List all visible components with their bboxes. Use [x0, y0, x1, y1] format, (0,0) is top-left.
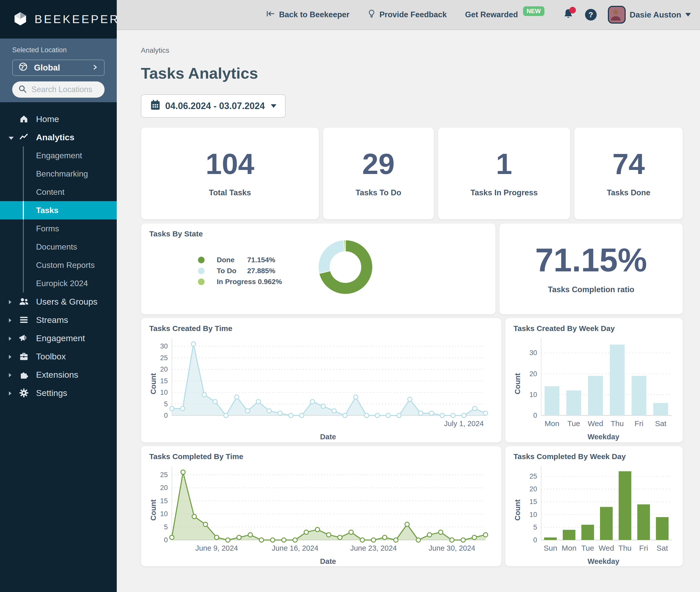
x-axis-title: Weekday	[532, 557, 674, 565]
get-rewarded-link[interactable]: Get Rewarded NEW	[465, 10, 544, 19]
location-search	[12, 82, 104, 98]
sidebar-item-tasks[interactable]: Tasks	[0, 201, 117, 219]
sidebar-item-documents[interactable]: Documents	[0, 238, 117, 256]
caret-right-icon	[8, 352, 12, 361]
date-range-picker[interactable]: 04.06.2024 - 03.07.2024	[141, 94, 285, 118]
sidebar-item-users-groups[interactable]: Users & Groups	[0, 292, 117, 311]
caret-down-icon	[271, 104, 276, 108]
sidebar-item-forms[interactable]: Forms	[0, 219, 117, 238]
svg-text:5: 5	[164, 523, 168, 531]
home-icon	[19, 114, 29, 124]
sidebar-item-streams[interactable]: Streams	[0, 311, 117, 329]
y-axis-title: Count	[513, 499, 522, 521]
svg-text:0: 0	[164, 536, 168, 544]
stats-row: 104 Total Tasks 29 Tasks To Do 1 Tasks I…	[141, 127, 683, 219]
svg-text:Wed: Wed	[599, 544, 614, 552]
selected-location-label: Selected Location	[12, 39, 104, 54]
sidebar-item-europick-2024[interactable]: Europick 2024	[0, 274, 117, 292]
svg-text:Wed: Wed	[588, 419, 603, 428]
analytics-chart-icon	[19, 133, 29, 142]
legend-row-done: Done 71.154%	[198, 254, 282, 265]
svg-text:5: 5	[533, 524, 537, 531]
topbar: Back to Beekeeper Provide Feedback Get R…	[117, 0, 700, 30]
sidebar-item-analytics[interactable]: Analytics	[0, 128, 117, 146]
breadcrumb[interactable]: Analytics	[141, 46, 683, 55]
created-by-weekday-chart: 0102030MonTueWedThuFriSat	[522, 335, 674, 432]
back-to-beekeeper-link[interactable]: Back to Beekeeper	[266, 10, 349, 19]
svg-text:Thu: Thu	[611, 419, 624, 428]
tasks-by-state-donut	[318, 239, 373, 296]
stat-card-total-tasks: 104 Total Tasks	[141, 127, 319, 219]
caret-right-icon	[8, 370, 12, 380]
stat-card-tasks-in-progress: 1 Tasks In Progress	[438, 127, 570, 219]
main-area: Back to Beekeeper Provide Feedback Get R…	[117, 0, 700, 592]
svg-text:30: 30	[529, 349, 537, 357]
legend-row-in-progress: In Progress 0.962%	[198, 276, 282, 287]
created-by-time-chart: 051015202530July 1, 2024	[158, 335, 493, 432]
page-content: Analytics Tasks Analytics 04.06.2024 - 0…	[117, 30, 700, 592]
tasks-by-state-card: Tasks By State Done 71.154% To Do 27.885…	[141, 223, 496, 314]
sidebar-item-custom-reports[interactable]: Custom Reports	[0, 256, 117, 274]
sidebar-item-engagement[interactable]: Engagement	[0, 329, 117, 347]
completed-by-time-chart: 0510152025June 9, 2024June 16, 2024June …	[158, 463, 493, 557]
svg-text:25: 25	[529, 473, 537, 480]
card-title: Tasks Created By Week Day	[513, 324, 674, 333]
legend-dot-to-do	[198, 267, 204, 274]
calendar-icon	[150, 99, 161, 113]
puzzle-icon	[19, 370, 29, 379]
completed-by-weekday-chart: 0510152025SunMonTueWedThuFriSat	[522, 463, 674, 557]
location-selector-button[interactable]: Global	[12, 60, 104, 76]
svg-text:June 23, 2024: June 23, 2024	[350, 544, 397, 552]
svg-text:10: 10	[160, 510, 168, 518]
svg-text:Mon: Mon	[562, 544, 576, 552]
sidebar-item-engagement-analytics[interactable]: Engagement	[0, 146, 117, 165]
svg-text:Fri: Fri	[635, 419, 643, 428]
svg-text:June 30, 2024: June 30, 2024	[429, 544, 475, 552]
sidebar-item-content[interactable]: Content	[0, 183, 117, 201]
user-menu[interactable]: Dasie Auston	[608, 6, 691, 23]
sidebar-item-extensions[interactable]: Extensions	[0, 365, 117, 384]
lightbulb-icon	[368, 9, 375, 20]
sidebar-item-benchmarking[interactable]: Benchmarking	[0, 165, 117, 183]
analytics-submenu: Engagement Benchmarking Content Tasks Fo…	[0, 146, 117, 292]
svg-text:20: 20	[160, 484, 168, 492]
svg-text:20: 20	[529, 370, 537, 378]
x-axis-title: Weekday	[532, 433, 674, 441]
help-icon: ?	[585, 9, 597, 20]
svg-text:10: 10	[529, 391, 537, 398]
svg-text:Tue: Tue	[581, 544, 594, 552]
sidebar-nav: Home Analytics Engagement Benchmarking	[0, 102, 117, 592]
tasks-created-by-time-card: Tasks Created By Time Count 051015202530…	[141, 318, 502, 443]
svg-text:Tue: Tue	[567, 419, 580, 428]
y-axis-title: Count	[149, 499, 157, 521]
brand-name: BEEKEEPER	[35, 13, 120, 26]
svg-text:Fri: Fri	[639, 544, 648, 552]
megaphone-icon	[19, 334, 29, 342]
card-title: Tasks Created By Time	[149, 324, 493, 333]
sidebar-item-home[interactable]: Home	[0, 110, 117, 128]
sidebar-item-settings[interactable]: Settings	[0, 384, 117, 402]
svg-text:10: 10	[529, 511, 537, 519]
legend-dot-in-progress	[198, 279, 204, 285]
user-name: Dasie Auston	[630, 10, 681, 19]
notifications-button[interactable]	[563, 8, 574, 21]
stat-label: Tasks To Do	[356, 188, 401, 197]
caret-down-icon	[8, 133, 14, 142]
donut-legend: Done 71.154% To Do 27.885% In Progress 0…	[198, 254, 282, 287]
tasks-created-by-weekday-card: Tasks Created By Week Day Count 0102030M…	[505, 318, 683, 443]
avatar	[608, 6, 625, 23]
provide-feedback-link[interactable]: Provide Feedback	[368, 9, 447, 20]
x-axis-title: Date	[163, 433, 493, 441]
svg-text:20: 20	[529, 485, 537, 493]
toolbox-icon	[19, 352, 29, 361]
stat-value: 74	[612, 149, 645, 179]
svg-text:Sat: Sat	[657, 544, 668, 552]
svg-text:15: 15	[529, 498, 537, 505]
new-badge: NEW	[523, 6, 545, 16]
stat-value: 104	[205, 149, 254, 179]
y-axis-title: Count	[513, 373, 522, 394]
help-button[interactable]: ?	[585, 9, 597, 20]
caret-right-icon	[8, 388, 12, 398]
stat-card-tasks-done: 74 Tasks Done	[574, 127, 683, 219]
sidebar-item-toolbox[interactable]: Toolbox	[0, 347, 117, 365]
